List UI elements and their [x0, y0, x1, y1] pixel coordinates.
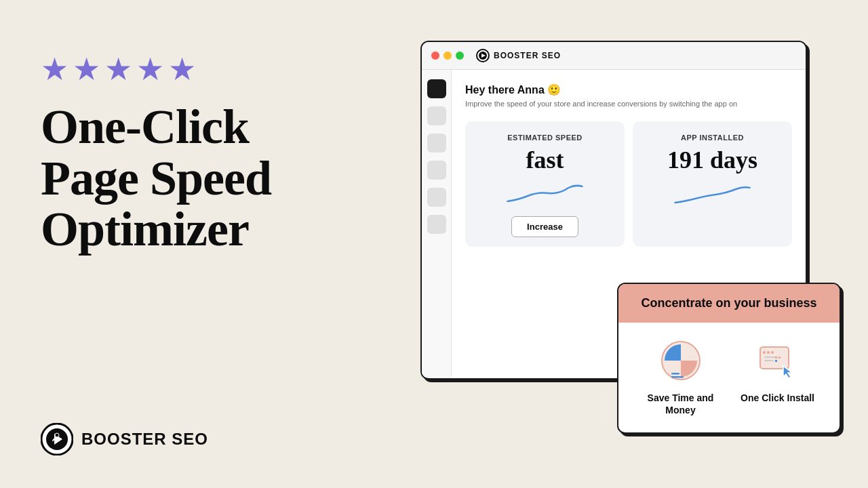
- feature-save-time: Save Time and Money: [644, 336, 718, 416]
- star-2: ★: [73, 54, 100, 85]
- star-1: ★: [41, 54, 68, 85]
- speed-card-label: ESTIMATED SPEED: [507, 134, 583, 142]
- browser-brand: BOOSTER SEO: [476, 49, 561, 62]
- traffic-lights: [431, 52, 464, 60]
- floating-card: Concentrate on your business: [617, 283, 841, 434]
- installed-sparkline: [644, 181, 781, 208]
- svg-point-10: [767, 351, 770, 354]
- stars-row: ★ ★ ★ ★ ★: [41, 54, 326, 85]
- one-click-label: One Click Install: [741, 392, 814, 404]
- browser-titlebar: BOOSTER SEO: [422, 42, 806, 70]
- svg-point-9: [763, 351, 766, 354]
- greeting-sub-text: Improve the speed of your store and incr…: [465, 99, 792, 109]
- svg-rect-13: [764, 360, 774, 361]
- increase-button[interactable]: Increase: [511, 216, 578, 237]
- svg-rect-16: [775, 360, 777, 362]
- star-4: ★: [136, 54, 164, 85]
- app-mockup: BOOSTER SEO Hey there Anna 🙂 Improve the…: [420, 41, 841, 434]
- svg-point-11: [771, 351, 774, 354]
- speed-card-value: fast: [526, 147, 564, 174]
- nav-icon-1[interactable]: [427, 106, 446, 125]
- brand-name: BOOSTER SEO: [81, 430, 208, 449]
- browser-brand-text: BOOSTER SEO: [494, 51, 561, 60]
- one-click-icon: [755, 338, 801, 384]
- brand-logo-icon: [41, 423, 73, 455]
- nav-icon-5[interactable]: [427, 215, 446, 234]
- svg-rect-14: [775, 357, 777, 359]
- dot-red: [431, 52, 439, 60]
- browser-brand-icon: [476, 49, 490, 62]
- svg-rect-6: [671, 373, 679, 375]
- cards-row: ESTIMATED SPEED fast Increase APP INSTAL…: [465, 121, 792, 247]
- speed-sparkline: [476, 181, 614, 208]
- feature-one-click: One Click Install: [741, 336, 815, 404]
- star-3: ★: [104, 54, 132, 85]
- installed-card: APP INSTALLED 191 days: [633, 121, 792, 247]
- main-title: One-Click Page Speed Optimizer: [41, 102, 326, 256]
- svg-rect-7: [671, 376, 684, 378]
- dot-yellow: [443, 52, 452, 60]
- dot-green: [456, 52, 464, 60]
- one-click-icon-box: [753, 336, 802, 385]
- floating-card-body: Save Time and Money: [618, 323, 840, 432]
- svg-rect-15: [778, 357, 781, 359]
- nav-icon-4[interactable]: [427, 188, 446, 207]
- star-5: ★: [168, 54, 196, 85]
- nav-icon-home[interactable]: [427, 79, 446, 98]
- save-time-icon: [658, 338, 704, 384]
- speed-card: ESTIMATED SPEED fast Increase: [465, 121, 625, 247]
- brand-row: BOOSTER SEO: [41, 423, 208, 455]
- greeting-text: Hey there Anna 🙂: [465, 83, 792, 96]
- save-time-icon-box: [656, 336, 705, 385]
- installed-card-label: APP INSTALLED: [681, 134, 744, 142]
- floating-card-header: Concentrate on your business: [618, 284, 840, 323]
- left-panel: ★ ★ ★ ★ ★ One-Click Page Speed Optimizer: [41, 54, 326, 256]
- sidebar-nav: [422, 70, 452, 378]
- installed-card-value: 191 days: [667, 147, 757, 174]
- nav-icon-3[interactable]: [427, 161, 446, 180]
- save-time-label: Save Time and Money: [644, 392, 718, 416]
- svg-point-2: [55, 433, 59, 437]
- nav-icon-2[interactable]: [427, 134, 446, 152]
